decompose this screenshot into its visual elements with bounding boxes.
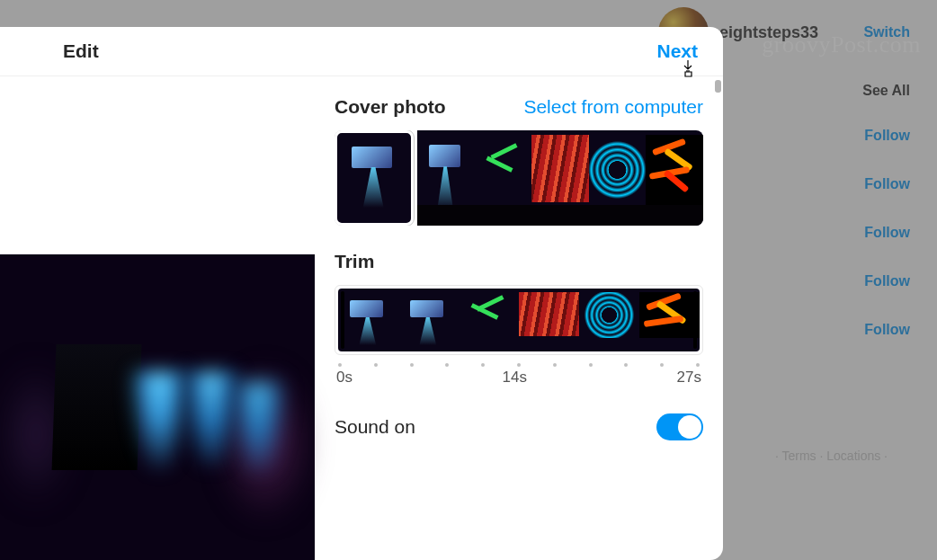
cover-frame[interactable]: [475, 130, 532, 226]
controls-pane: Cover photo Select from computer: [315, 76, 723, 560]
video-preview: [0, 76, 315, 560]
trim-frame: [398, 289, 459, 351]
toggle-knob: [678, 415, 701, 439]
trim-ticks: [335, 355, 703, 369]
sound-toggle[interactable]: [656, 413, 703, 440]
trim-time-labels: 0s 14s 27s: [335, 369, 703, 387]
trim-title: Trim: [335, 251, 703, 272]
select-from-computer-link[interactable]: Select from computer: [523, 96, 703, 118]
cover-frame-selected[interactable]: [335, 130, 414, 226]
trim-frame: [639, 289, 700, 351]
cover-frame[interactable]: [589, 130, 647, 226]
modal-title: Edit: [63, 40, 99, 62]
trim-handle-right[interactable]: [693, 291, 697, 349]
cover-frame[interactable]: [531, 130, 589, 226]
next-button-label: Next: [656, 40, 698, 61]
trim-mid-time: 14s: [503, 369, 527, 387]
trim-frame: [579, 289, 639, 351]
trim-frame: [519, 289, 579, 351]
modal-header: Edit Next: [0, 27, 723, 76]
trim-start-time: 0s: [336, 369, 352, 387]
trim-strip[interactable]: [335, 285, 703, 355]
cover-photo-strip[interactable]: [335, 130, 703, 226]
cover-photo-title: Cover photo: [335, 96, 446, 118]
trim-handle-left[interactable]: [341, 291, 344, 349]
sound-label: Sound on: [335, 416, 415, 438]
cover-frame[interactable]: [646, 130, 703, 226]
next-button[interactable]: Next: [656, 40, 698, 62]
edit-modal: Edit Next Cover: [0, 27, 723, 560]
trim-frame: [338, 289, 398, 351]
trim-frame: [459, 289, 519, 351]
cover-frame[interactable]: [417, 130, 475, 226]
scrollbar[interactable]: [715, 80, 721, 93]
trim-end-time: 27s: [677, 369, 701, 387]
watermark: groovyPost.com: [762, 31, 921, 58]
